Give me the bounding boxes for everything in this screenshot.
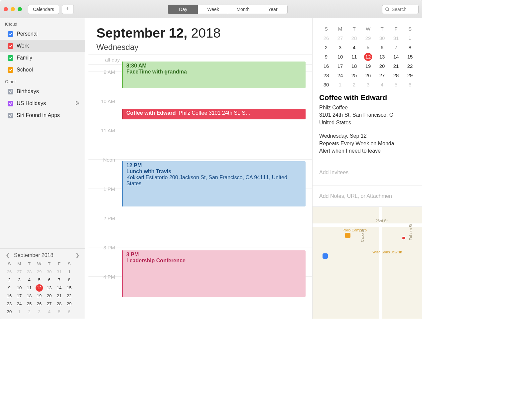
mini-day[interactable]: 20 (375, 62, 389, 70)
mini-day[interactable]: 26 (4, 268, 14, 276)
mini-day[interactable]: 6 (403, 81, 417, 89)
mini-day[interactable]: 9 (4, 284, 14, 292)
timeline[interactable]: 9 AM10 AM11 AMNoon1 PM2 PM3 PM4 PM 8:30 … (88, 65, 312, 291)
mini-day[interactable]: 5 (34, 276, 44, 284)
mini-day[interactable]: 16 (319, 62, 333, 70)
mini-day[interactable]: 6 (64, 308, 74, 316)
mini-day[interactable]: 9 (319, 53, 333, 61)
mini-day[interactable]: 23 (319, 71, 333, 79)
view-month-button[interactable]: Month (228, 5, 258, 14)
mini-day[interactable]: 21 (389, 62, 403, 70)
sidebar-item[interactable]: Birthdays (0, 85, 85, 97)
mini-day[interactable]: 25 (347, 71, 361, 79)
mini-day[interactable]: 4 (347, 44, 361, 52)
zoom-icon[interactable] (18, 7, 22, 11)
mini-day[interactable]: 28 (389, 71, 403, 79)
event-block[interactable]: Coffee with Edward Philz Coffee 3101 24t… (122, 109, 306, 119)
mini-day[interactable]: 26 (319, 34, 333, 42)
mini-day[interactable]: 11 (24, 284, 34, 292)
mini-day[interactable]: 5 (361, 44, 375, 52)
mini-day[interactable]: 27 (333, 34, 347, 42)
mini-day[interactable]: 12 (36, 284, 43, 292)
mini-day[interactable]: 27 (375, 71, 389, 79)
mini-day[interactable]: 20 (44, 292, 54, 300)
mini-day[interactable]: 5 (54, 308, 64, 316)
mini-day[interactable]: 4 (375, 81, 389, 89)
mini-day[interactable]: 5 (389, 81, 403, 89)
mini-day[interactable]: 14 (54, 284, 64, 292)
mini-day[interactable]: 1 (64, 268, 74, 276)
mini-day[interactable]: 19 (361, 62, 375, 70)
mini-day[interactable]: 24 (14, 300, 24, 308)
sidebar-item-family[interactable]: Family (0, 52, 85, 64)
mini-day[interactable]: 3 (333, 44, 347, 52)
mini-day[interactable]: 22 (64, 292, 74, 300)
mini-day[interactable]: 23 (4, 300, 14, 308)
calendars-button[interactable]: Calendars (28, 5, 59, 14)
mini-day[interactable]: 14 (389, 53, 403, 61)
add-invitees-field[interactable]: Add Invitees (319, 167, 422, 178)
mini-day[interactable]: 8 (64, 276, 74, 284)
map-preview[interactable]: 23rd St Pollo Campero Wise Sons Jewish C… (313, 206, 422, 319)
mini-day[interactable]: 21 (54, 292, 64, 300)
mini-day[interactable]: 25 (24, 300, 34, 308)
mini-day[interactable]: 29 (403, 71, 417, 79)
close-icon[interactable] (4, 7, 8, 11)
mini-day[interactable]: 24 (333, 71, 347, 79)
minimize-icon[interactable] (11, 7, 15, 11)
inspector-mini-month[interactable]: SMTWTFS262728293031123456789101112131415… (319, 25, 422, 89)
sidebar-item-personal[interactable]: Personal (0, 28, 85, 40)
mini-day[interactable]: 1 (403, 34, 417, 42)
mini-day[interactable]: 1 (333, 81, 347, 89)
mini-day[interactable]: 8 (403, 44, 417, 52)
mini-day[interactable]: 28 (347, 34, 361, 42)
mini-day[interactable]: 2 (347, 81, 361, 89)
mini-day[interactable]: 31 (389, 34, 403, 42)
mini-day[interactable]: 3 (14, 276, 24, 284)
mini-day[interactable]: 29 (361, 34, 375, 42)
mini-day[interactable]: 6 (44, 276, 54, 284)
mini-day[interactable]: 30 (319, 81, 333, 89)
mini-day[interactable]: 4 (44, 308, 54, 316)
mini-day[interactable]: 19 (34, 292, 44, 300)
mini-day[interactable]: 28 (54, 300, 64, 308)
event-block[interactable]: 8:30 AMFaceTime with grandma (122, 62, 306, 88)
mini-day[interactable]: 15 (403, 53, 417, 61)
mini-day[interactable]: 17 (333, 62, 347, 70)
mini-day[interactable]: 13 (375, 53, 389, 61)
mini-day[interactable]: 28 (24, 268, 34, 276)
mini-day[interactable]: 2 (319, 44, 333, 52)
add-notes-field[interactable]: Add Notes, URL, or Attachmen (319, 191, 422, 202)
mini-day[interactable]: 11 (347, 53, 361, 61)
mini-day[interactable]: 26 (361, 71, 375, 79)
mini-day[interactable]: 30 (4, 308, 14, 316)
mini-day[interactable]: 4 (24, 276, 34, 284)
mini-day[interactable]: 10 (333, 53, 347, 61)
view-year-button[interactable]: Year (258, 5, 288, 14)
mini-day[interactable]: 22 (403, 62, 417, 70)
mini-day[interactable]: 30 (375, 34, 389, 42)
mini-day[interactable]: 27 (44, 300, 54, 308)
mini-day[interactable]: 10 (14, 284, 24, 292)
sidebar-item[interactable]: Siri Found in Apps (0, 109, 85, 121)
mini-day[interactable]: 26 (34, 300, 44, 308)
mini-day[interactable]: 3 (361, 81, 375, 89)
mini-day[interactable]: 16 (4, 292, 14, 300)
event-block[interactable]: 12 PMLunch with TravisKokkari Estiatorio… (122, 161, 306, 206)
mini-day[interactable]: 27 (14, 268, 24, 276)
mini-day[interactable]: 31 (54, 268, 64, 276)
add-event-button[interactable]: + (62, 5, 74, 14)
event-block[interactable]: 3 PMLeadership Conference (122, 250, 306, 297)
mini-day[interactable]: 13 (44, 284, 54, 292)
mini-day[interactable]: 7 (389, 44, 403, 52)
mini-day[interactable]: 1 (14, 308, 24, 316)
sidebar-item-school[interactable]: School (0, 64, 85, 76)
mini-day[interactable]: 3 (34, 308, 44, 316)
mini-day[interactable]: 29 (64, 300, 74, 308)
mini-day[interactable]: 17 (14, 292, 24, 300)
mini-day[interactable]: 15 (64, 284, 74, 292)
mini-day[interactable]: 2 (4, 276, 14, 284)
mini-prev-button[interactable]: ❮ (4, 252, 11, 258)
mini-day[interactable]: 29 (34, 268, 44, 276)
mini-day[interactable]: 18 (24, 292, 34, 300)
